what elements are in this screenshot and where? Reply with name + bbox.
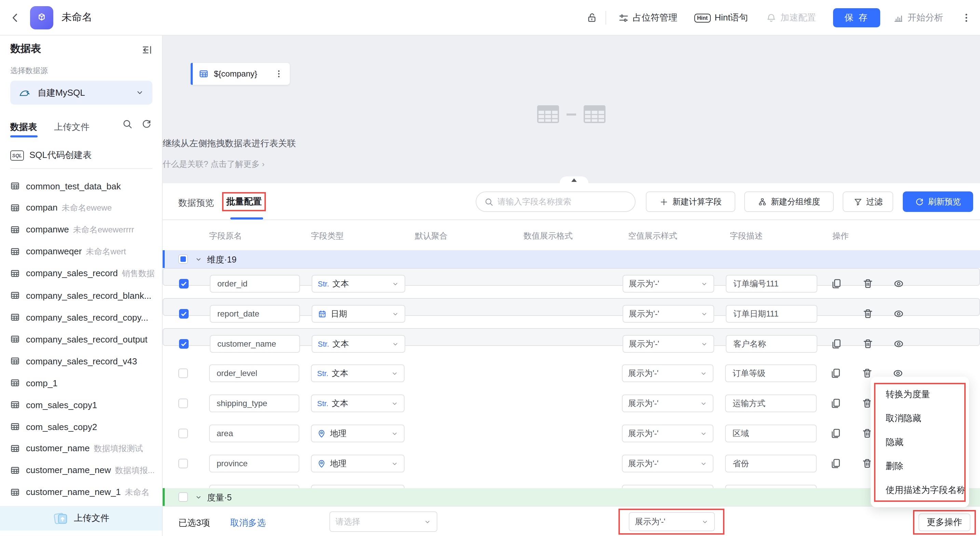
row-checkbox[interactable] xyxy=(178,368,188,378)
menu-item-hide[interactable]: 隐藏 xyxy=(871,430,969,454)
delete-icon[interactable] xyxy=(862,308,873,319)
refresh-preview-button[interactable]: 刷新预览 xyxy=(903,191,973,212)
visibility-eye-icon[interactable] xyxy=(893,308,904,319)
hint-statement-button[interactable]: Hint Hint语句 xyxy=(694,0,748,35)
chevron-down-icon[interactable] xyxy=(195,256,202,263)
filter-button[interactable]: 过滤 xyxy=(843,191,893,212)
field-type-select[interactable]: Str.文本 xyxy=(312,275,405,293)
list-item[interactable]: company_sales_record_output xyxy=(0,328,163,350)
field-desc-input[interactable]: 客户名称 xyxy=(726,335,817,353)
null-style-select[interactable]: 展示为'-' xyxy=(622,364,713,382)
more-menu-icon[interactable] xyxy=(961,12,972,23)
refresh-icon[interactable] xyxy=(142,119,152,129)
tab-upload-files[interactable]: 上传文件 xyxy=(54,121,89,133)
field-type-select[interactable]: Str.文本 xyxy=(311,394,404,412)
null-style-select[interactable]: 展示为'-' xyxy=(622,305,714,323)
list-item[interactable]: customer_name_new数据填报... xyxy=(0,459,163,481)
field-name-input[interactable]: shipping_type xyxy=(209,394,299,412)
field-type-select[interactable]: 地理 xyxy=(311,455,404,472)
visibility-eye-icon[interactable] xyxy=(893,338,904,349)
field-type-select[interactable]: Str.文本 xyxy=(311,364,404,382)
relation-learn-more-link[interactable]: 什么是关联? 点击了解更多 › xyxy=(163,159,980,170)
accelerate-config-button[interactable]: 加速配置 xyxy=(766,0,816,35)
null-style-select[interactable]: 展示为'-' xyxy=(622,275,714,293)
dimension-group-row[interactable]: 维度·19 xyxy=(163,250,980,268)
search-icon[interactable] xyxy=(123,119,132,129)
group-checkbox[interactable] xyxy=(178,492,188,502)
more-actions-button[interactable]: 更多操作 xyxy=(918,514,970,531)
field-desc-input[interactable]: 订单编号111 xyxy=(726,275,817,293)
lock-icon[interactable] xyxy=(586,12,597,23)
sidebar-item-sql-create[interactable]: SQL SQL代码创建表 xyxy=(0,144,163,166)
field-name-input[interactable]: customer_name xyxy=(210,335,300,353)
batch-null-style-select[interactable]: 展示为'-' xyxy=(629,512,715,531)
batch-type-select[interactable]: 请选择 xyxy=(329,511,438,532)
copy-icon[interactable] xyxy=(830,368,841,379)
field-desc-input[interactable]: 运输方式 xyxy=(725,394,817,412)
delete-icon[interactable] xyxy=(862,338,873,349)
row-checkbox-checked[interactable] xyxy=(179,279,189,289)
start-analysis-button[interactable]: 开始分析 xyxy=(893,0,943,35)
field-type-select[interactable]: 日期 xyxy=(312,305,405,323)
field-desc-input[interactable]: 区域 xyxy=(725,424,817,442)
copy-icon[interactable] xyxy=(831,278,842,289)
row-checkbox[interactable] xyxy=(178,399,188,408)
datasource-select[interactable]: 自建MySQL xyxy=(10,81,153,105)
tab-batch-config[interactable]: 批量配置 xyxy=(226,196,262,208)
copy-icon[interactable] xyxy=(830,428,841,439)
measure-group-row[interactable]: 度量·5 xyxy=(163,488,980,506)
list-item[interactable]: customer_name数据填报测试 xyxy=(0,437,163,459)
chip-kebab-icon[interactable] xyxy=(274,69,283,79)
list-item[interactable]: company_sales_record_copy... xyxy=(0,306,163,328)
placeholder-manage-button[interactable]: 占位符管理 xyxy=(619,0,677,35)
field-name-input[interactable]: province xyxy=(209,455,299,472)
upload-file-button[interactable]: 上传文件 xyxy=(0,506,163,531)
field-desc-input[interactable]: 订单等级 xyxy=(725,364,817,382)
save-button[interactable]: 保 存 xyxy=(833,8,880,27)
field-type-select[interactable]: 地理 xyxy=(311,424,404,442)
menu-item-unhide[interactable]: 取消隐藏 xyxy=(871,406,969,430)
cancel-multiselect-link[interactable]: 取消多选 xyxy=(230,517,266,529)
visibility-eye-icon[interactable] xyxy=(893,278,904,289)
chevron-down-icon[interactable] xyxy=(195,494,202,501)
row-checkbox[interactable] xyxy=(178,459,188,468)
list-item[interactable]: comp_1 xyxy=(0,372,163,394)
field-name-input[interactable]: report_date xyxy=(210,305,300,323)
list-item[interactable]: company_sales_record销售数据 xyxy=(0,263,163,284)
null-style-select[interactable]: 展示为'-' xyxy=(622,335,714,353)
row-checkbox-checked[interactable] xyxy=(179,309,189,319)
row-checkbox-checked[interactable] xyxy=(179,339,189,349)
list-item[interactable]: companwe未命名ewewerrrr xyxy=(0,219,163,241)
menu-item-use-desc-as-name[interactable]: 使用描述为字段名称 xyxy=(871,478,969,502)
table-chip-company[interactable]: ${company} xyxy=(191,63,290,85)
tab-tables[interactable]: 数据表 xyxy=(10,121,37,133)
field-name-input[interactable]: order_id xyxy=(210,275,300,293)
collapse-canvas-handle[interactable] xyxy=(560,176,589,183)
delete-icon[interactable] xyxy=(862,278,873,289)
copy-icon[interactable] xyxy=(830,398,841,409)
copy-icon[interactable] xyxy=(831,338,842,349)
delete-icon[interactable] xyxy=(862,368,873,379)
new-calc-field-button[interactable]: 新建计算字段 xyxy=(646,191,735,212)
list-item[interactable]: company_sales_record_blank... xyxy=(0,284,163,306)
null-style-select[interactable]: 展示为'-' xyxy=(622,394,713,412)
list-item[interactable]: companweqer未命名wert xyxy=(0,241,163,263)
field-search-input[interactable]: 请输入字段名称搜索 xyxy=(476,191,636,212)
null-style-select[interactable]: 展示为'-' xyxy=(622,424,713,442)
list-item[interactable]: common_test_data_bak xyxy=(0,175,163,197)
group-checkbox-indeterminate[interactable] xyxy=(178,254,188,264)
field-type-select[interactable]: Str.文本 xyxy=(312,335,405,353)
list-item[interactable]: company_sales_record_v43 xyxy=(0,350,163,372)
collapse-sidebar-icon[interactable] xyxy=(142,45,153,55)
null-style-select[interactable]: 展示为'-' xyxy=(622,455,713,472)
field-desc-input[interactable]: 省份 xyxy=(725,455,817,472)
menu-item-delete[interactable]: 删除 xyxy=(871,454,969,478)
field-name-input[interactable]: order_level xyxy=(209,364,299,382)
menu-item-convert-to-measure[interactable]: 转换为度量 xyxy=(871,382,969,406)
field-desc-input[interactable]: 订单日期111 xyxy=(726,305,817,323)
list-item[interactable]: compan未命名ewewe xyxy=(0,197,163,219)
new-group-dimension-button[interactable]: 新建分组维度 xyxy=(744,191,834,212)
row-checkbox[interactable] xyxy=(178,429,188,438)
tab-data-preview[interactable]: 数据预览 xyxy=(178,197,214,209)
list-item[interactable]: com_sales_copy1 xyxy=(0,394,163,416)
